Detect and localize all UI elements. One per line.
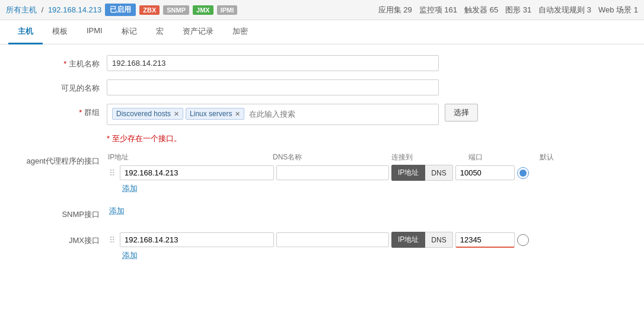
jmx-interface-inputs: ⠿ IP地址 DNS <box>107 232 529 248</box>
jmx-add-link[interactable]: 添加 <box>122 251 138 260</box>
agent-ip-input[interactable] <box>120 165 274 180</box>
col-dns-label: DNS名称 <box>273 152 391 162</box>
tab-encrypt[interactable]: 加密 <box>223 20 257 44</box>
jmx-connect-dns-button[interactable]: DNS <box>425 232 452 248</box>
tab-host[interactable]: 主机 <box>8 20 43 44</box>
agent-interface-section: agent代理程序的接口 IP地址 DNS名称 连接到 端口 默认 ⠿ IP地址 <box>12 152 632 194</box>
groups-label: 群组 <box>12 104 107 118</box>
badge-ipmi[interactable]: IPMI <box>217 5 238 15</box>
jmx-connect-ip-button[interactable]: IP地址 <box>391 232 425 248</box>
jmx-ip-input[interactable] <box>120 232 274 247</box>
snmp-interface-section: SNMP接口 添加 <box>12 206 632 220</box>
tag-discovered-close-icon[interactable]: ✕ <box>174 110 179 118</box>
tag-discovered-hosts: Discovered hosts ✕ <box>112 108 183 120</box>
visiblename-control <box>107 79 439 95</box>
agent-connect-ip-button[interactable]: IP地址 <box>391 165 425 181</box>
tab-asset[interactable]: 资产记录 <box>173 20 223 44</box>
jmx-drag-handle-icon: ⠿ <box>107 235 117 245</box>
jmx-connect-group: IP地址 DNS <box>391 232 453 248</box>
groups-row: 群组 Discovered hosts ✕ Linux servers ✕ 选择 <box>12 104 632 125</box>
interface-column-headers: IP地址 DNS名称 连接到 端口 默认 <box>107 152 554 162</box>
top-navigation: 所有主机 / 192.168.14.213 已启用 ZBX SNMP JMX I… <box>0 0 644 20</box>
jmx-interface-content: ⠿ IP地址 DNS 添加 <box>107 232 529 261</box>
tag-linux-servers: Linux servers ✕ <box>186 108 244 120</box>
status-badge: 已启用 <box>105 4 136 16</box>
tab-bar: 主机 模板 IPMI 标记 宏 资产记录 加密 <box>0 20 644 44</box>
visiblename-label: 可见的名称 <box>12 79 107 94</box>
agent-interface-inputs: ⠿ IP地址 DNS <box>107 165 554 181</box>
breadcrumb-separator: / <box>42 5 44 14</box>
snmp-add-link[interactable]: 添加 <box>109 206 125 215</box>
hostname-control <box>107 55 439 71</box>
agent-interface-row: agent代理程序的接口 IP地址 DNS名称 连接到 端口 默认 ⠿ IP地址 <box>12 152 632 194</box>
tag-row: Discovered hosts ✕ Linux servers ✕ <box>112 108 433 120</box>
tag-label: Linux servers <box>190 110 232 118</box>
all-hosts-link[interactable]: 所有主机 <box>6 5 37 14</box>
agent-interface-content: IP地址 DNS名称 连接到 端口 默认 ⠿ IP地址 DNS <box>107 152 554 194</box>
current-host-link[interactable]: 192.168.14.213 <box>48 5 101 14</box>
hostname-row: 主机名称 <box>12 55 632 71</box>
group-select-button[interactable]: 选择 <box>445 104 478 122</box>
agent-add-link[interactable]: 添加 <box>122 184 138 193</box>
jmx-add-row: 添加 <box>107 250 529 261</box>
agent-connect-dns-button[interactable]: DNS <box>425 165 452 181</box>
groups-area[interactable]: Discovered hosts ✕ Linux servers ✕ <box>107 104 439 125</box>
agent-default-radio[interactable] <box>517 167 529 179</box>
agent-add-row: 添加 <box>107 183 554 194</box>
jmx-interface-row: JMX接口 ⠿ IP地址 DNS 添加 <box>12 232 632 261</box>
nav-links: 应用集 29 监控项 161 触发器 65 图形 31 自动发现规则 3 Web… <box>378 5 638 15</box>
badge-snmp[interactable]: SNMP <box>163 5 189 15</box>
nav-discovery-link[interactable]: 自动发现规则 3 <box>538 5 591 15</box>
jmx-port-input[interactable] <box>455 232 515 248</box>
tag-label: Discovered hosts <box>116 110 171 118</box>
col-default-label: 默认 <box>540 152 554 162</box>
jmx-interface-label: JMX接口 <box>12 232 107 246</box>
group-search-input[interactable] <box>247 108 330 120</box>
jmx-interface-section: JMX接口 ⠿ IP地址 DNS 添加 <box>12 232 632 261</box>
main-content: 主机名称 可见的名称 群组 Discovered hosts ✕ Linux s… <box>0 44 644 283</box>
visiblename-row: 可见的名称 <box>12 79 632 95</box>
hostname-label: 主机名称 <box>12 55 107 69</box>
tag-linux-close-icon[interactable]: ✕ <box>235 110 240 118</box>
validation-message: * 至少存在一个接口。 <box>107 133 632 144</box>
agent-dns-input[interactable] <box>276 165 389 180</box>
snmp-interface-label: SNMP接口 <box>12 206 107 220</box>
col-connect-label: 连接到 <box>391 152 468 162</box>
tab-tags[interactable]: 标记 <box>112 20 146 44</box>
tab-template[interactable]: 模板 <box>43 20 77 44</box>
col-port-label: 端口 <box>468 152 540 162</box>
tab-ipmi[interactable]: IPMI <box>77 20 112 44</box>
badge-jmx[interactable]: JMX <box>193 5 213 15</box>
nav-monitors-link[interactable]: 监控项 161 <box>419 5 457 15</box>
agent-interface-label: agent代理程序的接口 <box>12 152 107 167</box>
drag-handle-icon: ⠿ <box>107 168 117 178</box>
agent-connect-group: IP地址 DNS <box>391 165 453 181</box>
groups-area-outer: Discovered hosts ✕ Linux servers ✕ 选择 <box>107 104 632 125</box>
tab-macros[interactable]: 宏 <box>146 20 173 44</box>
nav-triggers-link[interactable]: 触发器 65 <box>464 5 498 15</box>
nav-applications-link[interactable]: 应用集 29 <box>378 5 412 15</box>
badge-zbx[interactable]: ZBX <box>139 5 160 15</box>
hostname-input[interactable] <box>107 55 439 71</box>
snmp-interface-content: 添加 <box>107 206 125 216</box>
col-ip-label: IP地址 <box>107 152 273 162</box>
visiblename-input[interactable] <box>107 79 439 95</box>
nav-web-link[interactable]: Web 场景 1 <box>598 5 638 15</box>
jmx-default-radio[interactable] <box>517 234 529 246</box>
snmp-interface-row: SNMP接口 添加 <box>12 206 632 220</box>
jmx-dns-input[interactable] <box>276 232 389 247</box>
nav-graphs-link[interactable]: 图形 31 <box>505 5 531 15</box>
agent-port-input[interactable] <box>455 165 515 180</box>
breadcrumb: 所有主机 / 192.168.14.213 <box>6 5 101 15</box>
